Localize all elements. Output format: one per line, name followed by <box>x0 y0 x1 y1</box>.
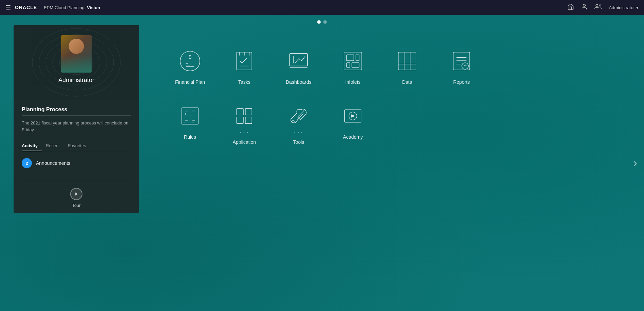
nav-left: ☰ ORACLE EPM Cloud Planning: Vision <box>5 4 100 11</box>
grid-item-tools[interactable]: • • • Tools <box>271 97 326 150</box>
user-menu[interactable]: Administrator ▾ <box>609 5 639 10</box>
academy-label: Academy <box>343 134 363 140</box>
financial-plan-label: Financial Plan <box>175 79 205 85</box>
tools-icon <box>285 102 312 130</box>
tour-label: Tour <box>72 203 80 208</box>
rules-icon: + - × = <box>176 102 204 130</box>
dashboards-icon <box>285 47 312 75</box>
financial-plan-icon: $ <box>176 47 204 75</box>
planning-process-desc: The 2021 fiscal year planning process wi… <box>22 120 131 133</box>
grid-item-reports[interactable]: Reports <box>434 42 489 90</box>
main-content: Administrator Planning Process The 2021 … <box>0 15 644 311</box>
svg-rect-29 <box>398 52 416 70</box>
tools-label: Tools <box>293 139 304 145</box>
hamburger-menu-icon[interactable]: ☰ <box>5 4 11 11</box>
announcements-label: Announcements <box>36 160 70 166</box>
data-label: Data <box>402 79 412 85</box>
person-icon[interactable] <box>581 3 588 12</box>
carousel-dots <box>317 20 327 24</box>
carousel-dot-1[interactable] <box>317 20 321 24</box>
academy-icon <box>339 102 366 130</box>
next-arrow[interactable]: › <box>633 156 637 170</box>
grid-item-academy[interactable]: Academy <box>326 97 380 150</box>
svg-point-0 <box>583 4 586 6</box>
svg-text:=: = <box>192 121 194 124</box>
infolets-icon <box>339 47 366 75</box>
planning-process-title: Planning Process <box>22 106 131 113</box>
reports-icon <box>448 47 475 75</box>
svg-rect-28 <box>356 55 359 61</box>
tour-button[interactable] <box>70 188 82 200</box>
dashboards-label: Dashboards <box>286 79 311 85</box>
svg-rect-52 <box>237 117 243 123</box>
svg-text:-: - <box>192 112 193 116</box>
svg-point-54 <box>292 120 295 123</box>
svg-text:+: + <box>184 112 186 116</box>
tour-section: Tour <box>14 175 139 213</box>
svg-rect-50 <box>237 109 243 115</box>
grid-item-financial-plan[interactable]: $ Financial Plan <box>163 42 217 90</box>
svg-rect-27 <box>352 63 359 67</box>
reports-label: Reports <box>453 79 470 85</box>
carousel-dot-2[interactable] <box>323 20 327 24</box>
svg-rect-26 <box>347 63 350 67</box>
svg-point-2 <box>600 4 601 6</box>
svg-marker-10 <box>75 192 78 196</box>
tasks-icon <box>231 47 258 75</box>
top-nav: ☰ ORACLE EPM Cloud Planning: Vision <box>0 0 644 15</box>
application-icon <box>231 102 258 130</box>
panel-body: Planning Process The 2021 fiscal year pl… <box>14 100 139 175</box>
application-label: Application <box>233 139 256 145</box>
grid-item-data[interactable]: Data <box>380 42 434 90</box>
svg-rect-25 <box>347 55 354 61</box>
user-display-name: Administrator <box>58 77 94 84</box>
grid-item-tasks[interactable]: Tasks <box>217 42 271 90</box>
grid-item-application[interactable]: • • • Application <box>217 97 271 150</box>
divider <box>22 115 131 116</box>
application-dots: • • • <box>240 131 249 135</box>
svg-text:×: × <box>184 121 186 124</box>
infolets-label: Infolets <box>345 79 360 85</box>
svg-point-1 <box>596 4 598 6</box>
announcements-badge: 2 <box>22 158 32 168</box>
grid-item-infolets[interactable]: Infolets <box>326 42 380 90</box>
svg-rect-51 <box>245 109 252 115</box>
nav-right: Administrator ▾ <box>567 3 639 12</box>
svg-point-38 <box>462 63 468 69</box>
avatar <box>61 35 92 73</box>
activity-tabs: Activity Recent Favorites <box>22 141 131 151</box>
user-profile-section: Administrator <box>14 25 139 100</box>
tab-recent[interactable]: Recent <box>42 141 64 151</box>
oracle-logo: ORACLE <box>15 5 37 10</box>
svg-rect-53 <box>245 117 252 123</box>
rules-label: Rules <box>184 134 196 140</box>
svg-rect-21 <box>290 54 307 66</box>
app-title: EPM Cloud Planning: Vision <box>44 5 100 10</box>
data-icon <box>394 47 421 75</box>
tasks-label: Tasks <box>238 79 250 85</box>
svg-text:$: $ <box>189 54 192 60</box>
group-icon[interactable] <box>594 3 602 12</box>
tab-activity[interactable]: Activity <box>22 141 42 151</box>
left-panel: Administrator Planning Process The 2021 … <box>14 25 139 213</box>
grid-item-rules[interactable]: + - × = Rules <box>163 97 217 150</box>
announcements-row[interactable]: 2 Announcements <box>22 158 131 168</box>
icon-grid: $ Financial Plan Tasks <box>163 42 489 150</box>
home-icon[interactable] <box>567 3 574 12</box>
svg-marker-57 <box>351 114 355 118</box>
tools-dots: • • • <box>294 131 303 135</box>
svg-rect-34 <box>453 52 470 70</box>
tab-favorites[interactable]: Favorites <box>64 141 90 151</box>
grid-item-dashboards[interactable]: Dashboards <box>271 42 326 90</box>
